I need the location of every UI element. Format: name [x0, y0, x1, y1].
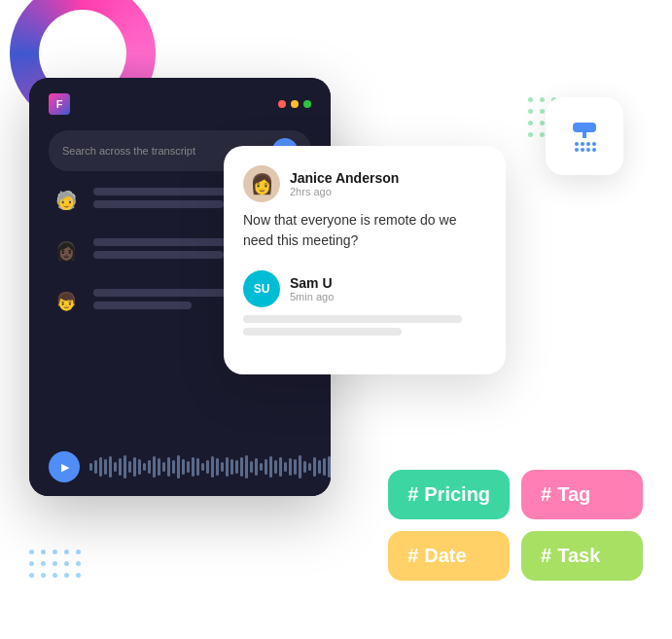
- tag-label: Date: [424, 545, 466, 567]
- user-info: Janice Anderson 2hrs ago: [290, 170, 399, 197]
- user-name: Janice Anderson: [290, 170, 399, 186]
- svg-point-5: [581, 142, 584, 146]
- svg-point-10: [586, 148, 590, 152]
- notification-icon-card[interactable]: [546, 97, 623, 175]
- window-controls: [278, 100, 311, 108]
- svg-point-6: [586, 142, 590, 146]
- maximize-dot: [303, 100, 311, 108]
- contact-detail-line: [93, 251, 224, 259]
- chat-card: 👩 Janice Anderson 2hrs ago Now that ever…: [224, 146, 506, 374]
- svg-point-8: [575, 148, 579, 152]
- svg-rect-3: [583, 132, 586, 138]
- minimize-dot: [291, 100, 299, 108]
- chat-message-1: 👩 Janice Anderson 2hrs ago Now that ever…: [243, 165, 486, 251]
- contact-name-line: [93, 289, 235, 297]
- contact-detail-line: [93, 302, 192, 309]
- chat-user-2: SU Sam U 5min ago: [243, 270, 486, 307]
- play-button[interactable]: ▶: [49, 451, 80, 482]
- message-time: 2hrs ago: [290, 186, 399, 197]
- avatar: 🧓: [49, 183, 84, 218]
- tag-label: Pricing: [424, 483, 490, 506]
- avatar: 👩🏿: [49, 233, 84, 268]
- app-logo: F: [49, 93, 70, 115]
- message-text: Now that everyone is remote do we need t…: [243, 210, 486, 251]
- audio-player[interactable]: ▶: [29, 438, 331, 496]
- chat-message-2: SU Sam U 5min ago: [243, 270, 486, 336]
- svg-point-9: [581, 148, 584, 152]
- avatar-janice: 👩: [243, 165, 280, 202]
- tag-label: Tag: [557, 483, 590, 506]
- user-name: Sam U: [290, 275, 334, 291]
- svg-point-7: [592, 142, 596, 146]
- tag-date[interactable]: # Date: [388, 531, 510, 581]
- tags-section: # Pricing # Tag # Date # Task: [388, 470, 643, 581]
- avatar: 👦: [49, 284, 84, 319]
- user-info: Sam U 5min ago: [290, 275, 334, 302]
- svg-point-4: [575, 142, 579, 146]
- shower-icon: [563, 115, 606, 158]
- decorative-dots-bottom-left: [29, 550, 84, 581]
- tag-tag[interactable]: # Tag: [521, 470, 643, 519]
- close-dot: [278, 100, 286, 108]
- tag-pricing[interactable]: # Pricing: [388, 470, 510, 519]
- waveform: [89, 453, 331, 480]
- message-time: 5min ago: [290, 291, 334, 302]
- contact-detail-line: [93, 200, 224, 208]
- svg-point-11: [592, 148, 596, 152]
- card-header: F: [29, 78, 331, 123]
- avatar-sam: SU: [243, 270, 280, 307]
- message-placeholder: [243, 315, 486, 336]
- svg-rect-2: [573, 123, 596, 132]
- chat-user-1: 👩 Janice Anderson 2hrs ago: [243, 165, 486, 202]
- tag-label: Task: [557, 545, 600, 567]
- tag-task[interactable]: # Task: [521, 531, 643, 581]
